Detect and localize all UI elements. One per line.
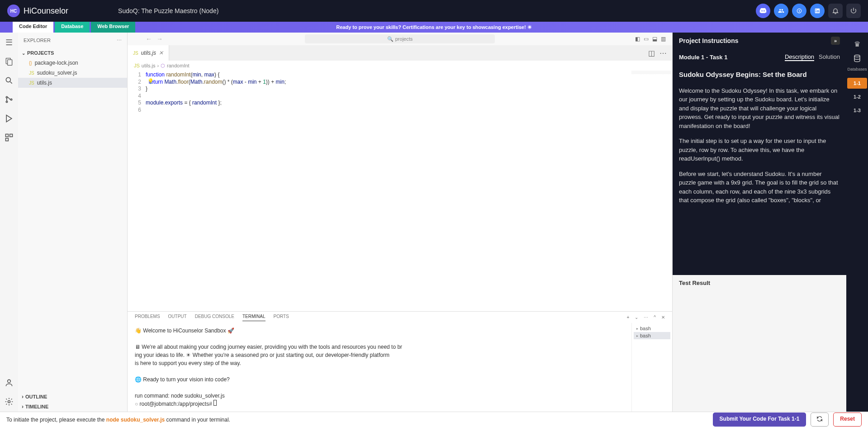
projects-section[interactable]: PROJECTS (18, 48, 127, 58)
menu-icon[interactable]: ☰ (4, 37, 14, 48)
power-icon[interactable] (846, 4, 861, 18)
editor-top-bar: ← → 🔍 projects ◧ ▭ ⬓ ▥ (128, 33, 672, 45)
layout-icon-2[interactable]: ▭ (644, 36, 649, 42)
outline-section[interactable]: OUTLINE (18, 392, 127, 402)
instructions-tabs: Description Solution (785, 53, 840, 61)
js-icon: JS (133, 51, 138, 56)
instructions-content: Sudoku Odyssey Begins: Set the Board Wel… (673, 65, 846, 275)
terminal-item-bash-1[interactable]: bash (634, 325, 670, 332)
search-placeholder: projects (395, 36, 413, 42)
tab-output[interactable]: OUTPUT (168, 314, 187, 321)
search-icon: 🔍 (387, 36, 394, 42)
explorer-icon[interactable] (4, 56, 14, 67)
command-center[interactable]: 🔍 projects (305, 34, 495, 43)
new-terminal-icon[interactable]: + (626, 315, 629, 320)
instructions-subheader: Module 1 - Task 1 Description Solution (673, 49, 846, 65)
file-item-utils[interactable]: JSutils.js (18, 78, 127, 88)
svg-point-13 (854, 55, 860, 57)
database-icon[interactable] (849, 52, 865, 64)
submit-button[interactable]: Submit Your Code For Task 1-1 (713, 413, 806, 427)
footer-bar: To initiate the project, please execute … (0, 412, 868, 427)
terminal-line: 👋 Welcome to HiCounselor Sandbox 🚀 (135, 327, 624, 335)
close-tab-icon[interactable]: ✕ (159, 50, 163, 56)
banner-text: Ready to prove your skills? Certificatio… (336, 24, 531, 30)
reset-button[interactable]: Reset (833, 413, 862, 427)
terminal-item-bash-2[interactable]: bash (634, 332, 670, 339)
js-icon: JS (134, 63, 140, 68)
linkedin-icon[interactable] (810, 4, 825, 18)
bell-icon[interactable] (828, 4, 843, 18)
svg-text:$: $ (798, 9, 800, 12)
task-pill-1-3[interactable]: 1-3 (847, 105, 867, 116)
minimap[interactable] (631, 71, 672, 89)
logo-badge: HC (7, 5, 20, 17)
explorer-more-icon[interactable]: ⋯ (117, 38, 122, 43)
function-icon: ⬡ (161, 63, 165, 69)
header-icons: $ (756, 4, 861, 18)
promo-banner: Code Editor Database Web Browser Ready t… (0, 22, 868, 33)
search-icon[interactable] (4, 75, 14, 86)
coin-icon[interactable]: $ (792, 4, 806, 18)
code-content[interactable]: function randomInt(min, max) { return Ma… (146, 71, 672, 311)
tab-web-browser[interactable]: Web Browser (91, 22, 135, 33)
terminal-more-icon[interactable]: ⋯ (644, 315, 648, 320)
svg-rect-10 (6, 138, 9, 141)
editor-more-icon[interactable]: ⋯ (659, 49, 667, 57)
file-item-sudoku-solver[interactable]: JSsudoku_solver.js (18, 68, 127, 78)
workspace-tabs: Code Editor Database Web Browser (13, 22, 135, 33)
tab-label: utils.js (141, 50, 156, 56)
refresh-button[interactable] (811, 413, 829, 427)
tab-code-editor[interactable]: Code Editor (13, 22, 53, 33)
task-paragraph: Before we start, let's understand Sudoku… (679, 170, 840, 205)
svg-point-6 (6, 101, 7, 102)
nav-back-icon[interactable]: ← (146, 35, 152, 43)
source-control-icon[interactable] (4, 94, 14, 105)
tab-terminal[interactable]: TERMINAL (242, 314, 266, 321)
timeline-section[interactable]: TIMELINE (18, 402, 127, 412)
footer-suffix: command in your terminal. (165, 417, 230, 423)
file-item-package-lock[interactable]: {}package-lock.json (18, 58, 127, 68)
tab-description[interactable]: Description (785, 53, 814, 61)
maximize-panel-icon[interactable]: ^ (654, 315, 656, 320)
svg-rect-3 (8, 60, 12, 66)
breadcrumb[interactable]: JS utils.js › ⬡ randomInt (128, 61, 672, 71)
layout-icon-3[interactable]: ⬓ (652, 36, 657, 42)
file-label: utils.js (37, 80, 52, 86)
settings-icon[interactable] (4, 396, 14, 407)
file-label: package-lock.json (35, 60, 78, 66)
explorer-header: EXPLORER ⋯ (18, 33, 127, 48)
layout-icon-4[interactable]: ▥ (661, 36, 666, 42)
module-label: Module 1 - Task 1 (679, 54, 727, 61)
task-pill-1-2[interactable]: 1-2 (847, 91, 867, 102)
tab-problems[interactable]: PROBLEMS (135, 314, 160, 321)
share-icon[interactable] (774, 4, 788, 18)
split-editor-icon[interactable]: ◫ (648, 49, 655, 57)
tab-solution[interactable]: Solution (819, 53, 840, 61)
crown-icon[interactable]: ♛ (849, 38, 865, 50)
project-title: SudoQ: The Puzzle Maestro (Node) (118, 7, 218, 14)
tab-database[interactable]: Database (55, 22, 90, 33)
lightbulb-icon[interactable]: 💡 (147, 78, 154, 84)
tab-debug-console[interactable]: DEBUG CONSOLE (195, 314, 234, 321)
editor-tab-utils[interactable]: JS utils.js ✕ (128, 45, 169, 61)
nav-forward-icon[interactable]: → (157, 35, 163, 43)
run-debug-icon[interactable] (4, 113, 14, 124)
layout-icon-1[interactable]: ◧ (635, 36, 640, 42)
close-panel-icon[interactable]: ✕ (661, 315, 665, 320)
tab-ports[interactable]: PORTS (274, 314, 289, 321)
extensions-icon[interactable] (4, 132, 14, 143)
logo-area: HC HiCounselor (7, 5, 68, 17)
task-paragraph: Welcome to the Sudoku Odyssey! In this t… (679, 86, 840, 131)
terminal-content[interactable]: 👋 Welcome to HiCounselor Sandbox 🚀 🖥 We'… (128, 323, 631, 412)
terminal-line: 🌐 Ready to turn your vision into code? (135, 375, 624, 384)
terminal-dropdown-icon[interactable]: ⌄ (635, 315, 638, 320)
account-icon[interactable] (4, 377, 14, 388)
editor-area: ← → 🔍 projects ◧ ▭ ⬓ ▥ JS utils.js ✕ ◫ ⋯ (128, 33, 673, 412)
collapse-panel-icon[interactable]: » (831, 37, 840, 45)
breadcrumb-symbol: randomInt (167, 63, 190, 68)
breadcrumb-file: utils.js (142, 63, 156, 68)
code-editor-body[interactable]: 123456 💡 function randomInt(min, max) { … (128, 71, 672, 311)
task-pill-1-1[interactable]: 1-1 (847, 78, 867, 89)
instructions-panel: Project Instructions » Module 1 - Task 1… (673, 33, 846, 412)
discord-icon[interactable] (756, 4, 770, 18)
